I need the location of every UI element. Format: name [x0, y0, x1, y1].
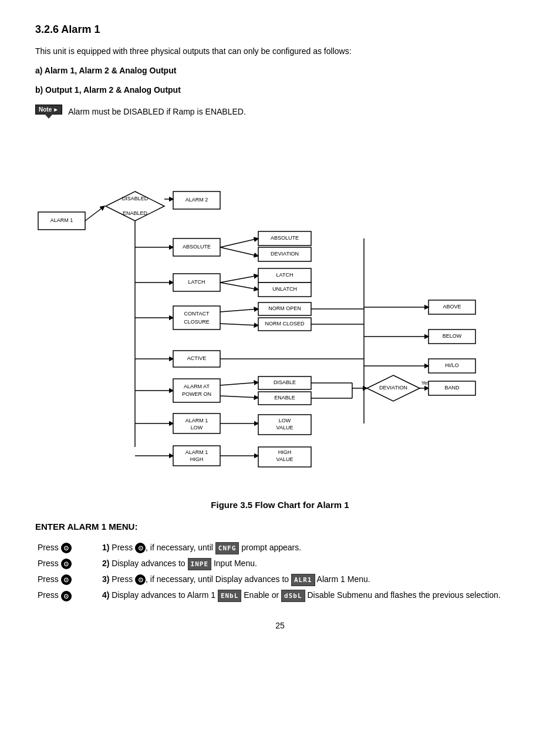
step-3-content: 3) Press ⊙, if necessary, until Display … — [100, 571, 525, 587]
step-4: Press ⊙ 4) Display advances to Alarm 1 E… — [35, 587, 525, 603]
svg-text:DEVIATION: DEVIATION — [379, 385, 407, 391]
flowchart: ALARM 1 DISABLED ENABLED ALARM 2 ABSOLUT… — [35, 130, 528, 494]
lcd-alr1: ALR1 — [291, 574, 315, 587]
svg-text:DISABLE: DISABLE — [274, 379, 296, 385]
svg-line-15 — [220, 238, 258, 247]
section-heading: 3.2.6 Alarm 1 — [35, 23, 525, 36]
svg-text:ABSOLUTE: ABSOLUTE — [271, 235, 299, 241]
svg-text:VALUE: VALUE — [276, 456, 294, 462]
svg-text:ABSOLUTE: ABSOLUTE — [183, 244, 211, 250]
svg-text:BELOW: BELOW — [443, 333, 462, 339]
press-btn-4[interactable]: ⊙ — [61, 591, 72, 601]
svg-line-16 — [220, 247, 258, 256]
figure-caption: Figure 3.5 Flow Chart for Alarm 1 — [35, 500, 525, 510]
press-btn-3[interactable]: ⊙ — [61, 574, 72, 585]
svg-line-67 — [220, 396, 258, 398]
svg-text:ENABLED: ENABLED — [123, 210, 148, 216]
press-btn-3b[interactable]: ⊙ — [135, 574, 146, 585]
svg-text:NORM OPEN: NORM OPEN — [268, 305, 301, 311]
item-b: b) Output 1, Alarm 2 & Analog Output — [35, 84, 525, 96]
svg-rect-31 — [173, 306, 220, 329]
steps-table: Press ⊙ 1) Press ⊙, if necessary, until … — [35, 540, 525, 603]
step-2-content: 2) Display advances to INPE Input Menu. — [100, 556, 525, 571]
svg-text:ENABLE: ENABLE — [274, 395, 295, 401]
svg-text:ALARM 1: ALARM 1 — [185, 418, 208, 423]
svg-text:ABOVE: ABOVE — [443, 304, 461, 310]
page-number: 25 — [35, 621, 525, 630]
svg-text:ALARM 1: ALARM 1 — [185, 449, 208, 455]
svg-line-35 — [220, 324, 258, 325]
svg-text:LATCH: LATCH — [276, 272, 294, 278]
svg-text:ACTIVE: ACTIVE — [187, 355, 207, 361]
lcd-cnfg: CNFG — [215, 542, 239, 555]
svg-text:POWER ON: POWER ON — [182, 391, 211, 397]
svg-line-6 — [85, 206, 104, 221]
note-symbol: ► — [53, 106, 59, 113]
note-box: Note ► Alarm must be DISABLED if Ramp is… — [35, 105, 525, 118]
step-4-content: 4) Display advances to Alarm 1 ENbL Enab… — [100, 587, 525, 603]
svg-rect-85 — [173, 446, 220, 466]
step-3: Press ⊙ 3) Press ⊙, if necessary, until … — [35, 571, 525, 587]
note-tag: Note ► — [35, 105, 62, 115]
svg-text:HI/LO: HI/LO — [445, 362, 459, 368]
intro-text: This unit is equipped with three physica… — [35, 45, 525, 58]
svg-text:ALARM 1: ALARM 1 — [50, 217, 73, 223]
svg-text:HIGH: HIGH — [278, 449, 292, 455]
press-btn-2[interactable]: ⊙ — [61, 559, 72, 569]
svg-text:HIGH: HIGH — [190, 456, 204, 462]
press-btn-1[interactable]: ⊙ — [61, 543, 72, 553]
svg-text:ALARM AT: ALARM AT — [184, 384, 210, 389]
svg-text:LOW: LOW — [191, 425, 203, 431]
lcd-dsbl: dSbL — [281, 590, 305, 603]
svg-text:NORM CLOSED: NORM CLOSED — [265, 321, 305, 327]
svg-text:DEVIATION: DEVIATION — [271, 251, 299, 257]
svg-rect-63 — [173, 379, 220, 402]
svg-text:ALARM 2: ALARM 2 — [185, 197, 208, 203]
svg-line-66 — [220, 382, 258, 385]
step-1-content: 1) Press ⊙, if necessary, until CNFG pro… — [100, 540, 525, 556]
svg-text:LOW: LOW — [279, 418, 291, 423]
step-2: Press ⊙ 2) Display advances to INPE Inpu… — [35, 556, 525, 571]
press-label-2: Press ⊙ — [35, 556, 100, 571]
press-label-3: Press ⊙ — [35, 571, 100, 587]
lcd-inpe: INPE — [188, 558, 212, 571]
lcd-enbl: ENbL — [218, 590, 242, 603]
press-label-1: Press ⊙ — [35, 540, 100, 556]
svg-text:CLOSURE: CLOSURE — [184, 319, 210, 325]
svg-line-25 — [220, 283, 258, 290]
step-1: Press ⊙ 1) Press ⊙, if necessary, until … — [35, 540, 525, 556]
enter-menu-title: ENTER ALARM 1 MENU: — [35, 522, 525, 532]
press-label-4: Press ⊙ — [35, 587, 100, 603]
note-label: Note — [39, 106, 52, 113]
note-text: Alarm must be DISABLED if Ramp is ENABLE… — [68, 106, 246, 118]
svg-text:DISABLED: DISABLED — [122, 196, 149, 201]
svg-text:UNLATCH: UNLATCH — [272, 286, 297, 292]
svg-line-24 — [220, 275, 258, 283]
item-a: a) Alarm 1, Alarm 2 & Analog Output — [35, 65, 525, 77]
svg-text:VALUE: VALUE — [276, 425, 294, 431]
svg-text:LATCH: LATCH — [188, 279, 205, 285]
press-btn-1b[interactable]: ⊙ — [135, 543, 146, 553]
svg-line-34 — [220, 309, 258, 312]
svg-text:CONTACT: CONTACT — [184, 311, 210, 317]
svg-text:BAND: BAND — [444, 385, 460, 391]
